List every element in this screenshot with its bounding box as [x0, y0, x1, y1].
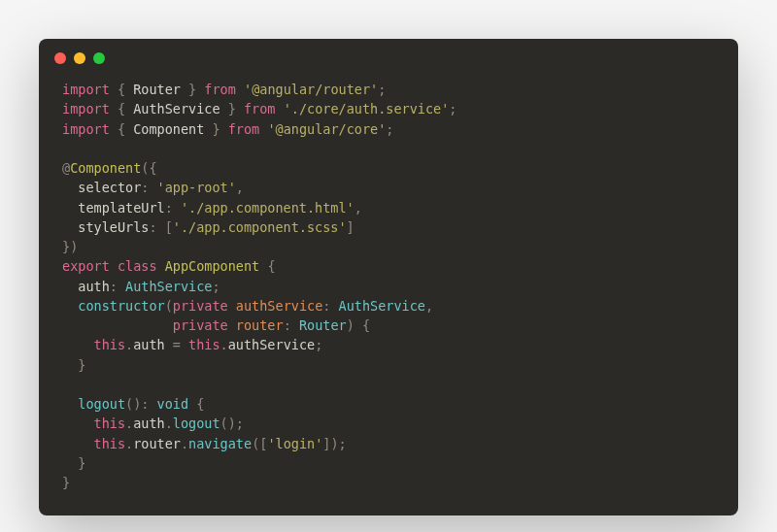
- code-token: constructor: [78, 298, 164, 314]
- code-token: ():: [125, 396, 157, 412]
- code-token: this: [94, 436, 126, 451]
- code-token: from: [204, 82, 236, 97]
- code-token: ({: [141, 160, 156, 176]
- code-token: ;: [212, 279, 220, 294]
- code-token: authService: [236, 298, 322, 314]
- code-token: {: [110, 101, 133, 116]
- code-token: : [: [149, 219, 172, 235]
- code-token: [62, 337, 94, 352]
- code-token: :: [110, 279, 125, 294]
- code-token: [110, 258, 118, 274]
- code-token: auth: [133, 416, 165, 431]
- code-token: :: [141, 180, 156, 195]
- code-token: .: [125, 436, 133, 451]
- code-token: from: [228, 121, 260, 137]
- code-token: :: [165, 200, 181, 216]
- code-token: private: [173, 298, 228, 314]
- code-token: ,: [425, 298, 433, 314]
- code-token: '@angular/router': [244, 82, 378, 97]
- code-token: .: [165, 416, 173, 431]
- code-token: [228, 298, 236, 314]
- code-content: import { Router } from '@angular/router'…: [39, 72, 738, 515]
- code-token: ();: [220, 416, 244, 431]
- code-token: (: [165, 298, 173, 314]
- code-token: logout: [78, 396, 125, 412]
- code-token: auth: [133, 337, 165, 352]
- code-token: selector: [62, 180, 141, 195]
- code-token: [236, 82, 244, 97]
- code-token: ([: [252, 436, 267, 451]
- code-token: private: [173, 317, 228, 333]
- code-token: this: [94, 337, 126, 352]
- code-token: :: [284, 317, 299, 333]
- code-token: 'login': [267, 436, 322, 451]
- code-token: import: [62, 101, 110, 116]
- close-icon[interactable]: [54, 52, 66, 64]
- code-token: AuthService: [339, 298, 425, 314]
- code-token: ) {: [347, 317, 370, 333]
- code-token: './app.component.html': [181, 200, 355, 216]
- code-token: }: [62, 455, 85, 471]
- minimize-icon[interactable]: [74, 52, 85, 64]
- code-token: router: [133, 436, 181, 451]
- code-token: {: [110, 82, 133, 97]
- code-token: Component: [133, 121, 204, 137]
- code-token: ,: [355, 200, 362, 216]
- code-token: }: [62, 475, 70, 490]
- code-token: 'app-root': [157, 180, 236, 195]
- code-token: AppComponent: [165, 258, 260, 274]
- code-token: @: [62, 160, 70, 176]
- code-token: authService: [228, 337, 315, 352]
- code-token: =: [165, 337, 188, 352]
- code-token: }): [62, 239, 78, 254]
- code-token: styleUrls: [62, 219, 149, 235]
- code-token: from: [244, 101, 276, 116]
- code-token: './app.component.scss': [173, 219, 347, 235]
- code-token: }: [62, 357, 85, 373]
- code-token: import: [62, 82, 110, 97]
- code-token: .: [220, 337, 228, 352]
- code-token: Router: [299, 317, 347, 333]
- code-token: class: [118, 258, 157, 274]
- code-token: [157, 258, 165, 274]
- code-token: router: [236, 317, 284, 333]
- code-token: Router: [133, 82, 181, 97]
- code-token: [62, 416, 94, 431]
- code-token: ,: [236, 180, 244, 195]
- code-token: templateUrl: [62, 200, 165, 216]
- code-token: export: [62, 258, 110, 274]
- code-token: this: [188, 337, 220, 352]
- maximize-icon[interactable]: [93, 52, 105, 64]
- code-token: [62, 298, 78, 314]
- code-token: }: [220, 101, 244, 116]
- code-token: {: [188, 396, 204, 412]
- code-token: '@angular/core': [267, 121, 386, 137]
- code-token: }: [181, 82, 204, 97]
- code-token: ]);: [322, 436, 346, 451]
- code-token: void: [157, 396, 189, 412]
- code-window: import { Router } from '@angular/router'…: [39, 39, 738, 515]
- code-token: ;: [378, 82, 386, 97]
- code-token: [62, 436, 94, 451]
- code-token: './core/auth.service': [284, 101, 450, 116]
- code-token: navigate: [188, 436, 252, 451]
- code-token: .: [125, 416, 133, 431]
- code-token: logout: [173, 416, 220, 431]
- code-token: [228, 317, 236, 333]
- code-token: :: [322, 298, 338, 314]
- code-token: AuthService: [125, 279, 212, 294]
- code-token: {: [110, 121, 133, 137]
- code-token: [62, 317, 173, 333]
- code-token: ;: [386, 121, 393, 137]
- code-token: AuthService: [133, 101, 220, 116]
- code-token: auth: [62, 279, 110, 294]
- code-token: [275, 101, 283, 116]
- code-token: this: [94, 416, 126, 431]
- code-token: .: [181, 436, 188, 451]
- code-token: ]: [347, 219, 355, 235]
- code-token: Component: [70, 160, 141, 176]
- code-token: {: [259, 258, 275, 274]
- code-token: import: [62, 121, 110, 137]
- code-token: }: [204, 121, 227, 137]
- code-token: [62, 396, 78, 412]
